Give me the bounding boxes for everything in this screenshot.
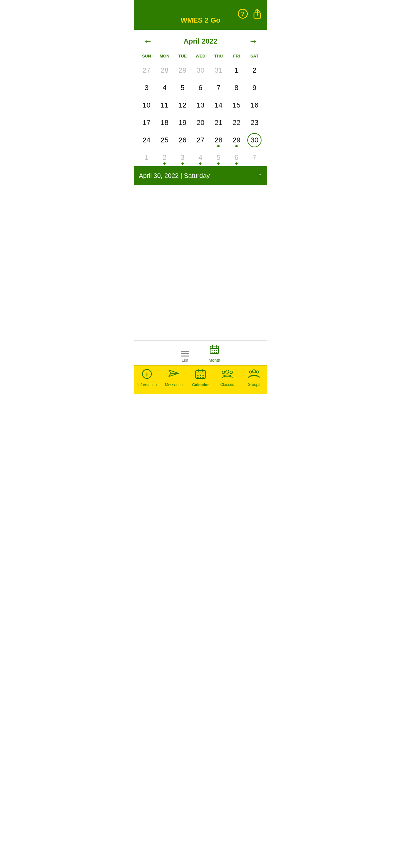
day-header-thu: THU (210, 52, 227, 60)
event-dot (163, 162, 166, 165)
svg-text:?: ? (241, 11, 245, 17)
list-view-tab[interactable]: List (181, 351, 189, 363)
day-header-tue: TUE (174, 52, 191, 60)
svg-point-9 (216, 350, 217, 351)
calendar-day[interactable]: 21 (210, 114, 227, 131)
calendar-day[interactable]: 7 (210, 79, 227, 97)
selected-date-bar: April 30, 2022 | Saturday ↑ (134, 166, 267, 185)
nav-item-groups[interactable]: Groups (241, 369, 267, 387)
calendar-day[interactable]: 28 (156, 62, 174, 79)
messages-icon (168, 369, 179, 381)
calendar-date-number: 4 (162, 84, 166, 91)
calendar-day[interactable]: 4 (191, 149, 210, 166)
calendar-day[interactable]: 29 (174, 62, 191, 79)
svg-point-26 (200, 377, 201, 378)
calendar-day[interactable]: 1 (227, 62, 246, 79)
calendar-day[interactable]: 31 (210, 62, 227, 79)
calendar-date-number: 1 (145, 154, 149, 161)
app-header: WMES 2 Go ? (134, 0, 267, 30)
calendar-date-number: 19 (179, 119, 186, 126)
day-header-mon: MON (156, 52, 174, 60)
calendar-date-number: 27 (197, 136, 204, 144)
calendar-date-number: 31 (214, 67, 222, 74)
content-area (134, 185, 267, 340)
groups-icon (248, 369, 260, 381)
nav-item-classes[interactable]: Classes (214, 369, 241, 387)
calendar-day[interactable]: 10 (137, 97, 156, 114)
calendar-day[interactable]: 2 (156, 149, 174, 166)
calendar-date-number: 16 (251, 102, 258, 109)
calendar-date-number: 7 (252, 154, 256, 161)
calendar-date-number: 25 (160, 136, 168, 144)
calendar-day[interactable]: 19 (174, 114, 191, 131)
share-icon[interactable] (252, 9, 262, 21)
calendar-date-number: 30 (247, 133, 261, 147)
month-view-tab[interactable]: Month (209, 345, 220, 363)
event-dot (199, 162, 202, 165)
next-month-button[interactable]: → (245, 35, 261, 48)
calendar-day[interactable]: 12 (174, 97, 191, 114)
calendar-day[interactable]: 26 (174, 131, 191, 149)
svg-point-23 (200, 375, 201, 376)
scroll-up-button[interactable]: ↑ (258, 171, 262, 181)
svg-point-7 (212, 350, 212, 351)
calendar-day[interactable]: 6 (191, 79, 210, 97)
calendar-day[interactable]: 23 (245, 114, 264, 131)
calendar-day[interactable]: 30 (245, 131, 264, 149)
calendar-date-number: 6 (235, 154, 238, 161)
calendar-day[interactable]: 27 (191, 131, 210, 149)
month-view-label: Month (209, 358, 220, 363)
calendar-day[interactable]: 20 (191, 114, 210, 131)
calendar-day[interactable]: 11 (156, 97, 174, 114)
day-header-sat: SAT (245, 52, 264, 60)
calendar-day[interactable]: 29 (227, 131, 246, 149)
list-icon (181, 351, 189, 356)
calendar-day[interactable]: 7 (245, 149, 264, 166)
calendar-date-number: 3 (181, 154, 184, 161)
calendar-day[interactable]: 9 (245, 79, 264, 97)
event-dot (235, 162, 238, 165)
svg-point-28 (226, 370, 229, 373)
calendar-day[interactable]: 2 (245, 62, 264, 79)
calendar-day[interactable]: 28 (210, 131, 227, 149)
calendar-day[interactable]: 27 (137, 62, 156, 79)
calendar-date-number: 2 (252, 67, 256, 74)
svg-point-30 (230, 371, 233, 374)
calendar-day[interactable]: 15 (227, 97, 246, 114)
calendar-day[interactable]: 3 (137, 79, 156, 97)
calendar-day[interactable]: 30 (191, 62, 210, 79)
calendar-day[interactable]: 13 (191, 97, 210, 114)
svg-point-24 (203, 375, 204, 376)
calendar-day[interactable]: 25 (156, 131, 174, 149)
calendar-day[interactable]: 6 (227, 149, 246, 166)
svg-point-11 (214, 352, 215, 353)
calendar-date-number: 10 (143, 102, 150, 109)
calendar-day[interactable]: 3 (174, 149, 191, 166)
prev-month-button[interactable]: ← (140, 35, 156, 48)
calendar-day[interactable]: 14 (210, 97, 227, 114)
calendar-day[interactable]: 16 (245, 97, 264, 114)
nav-calendar-label: Calendar (192, 383, 209, 387)
svg-point-33 (256, 371, 258, 373)
calendar-date-number: 13 (197, 102, 204, 109)
svg-point-12 (216, 352, 217, 353)
nav-item-calendar[interactable]: Calendar (187, 369, 214, 387)
calendar-date-number: 22 (233, 119, 240, 126)
calendar-day[interactable]: 18 (156, 114, 174, 131)
calendar-day[interactable]: 17 (137, 114, 156, 131)
nav-item-messages[interactable]: Messages (160, 369, 187, 387)
calendar-day[interactable]: 4 (156, 79, 174, 97)
calendar-day[interactable]: 22 (227, 114, 246, 131)
nav-item-information[interactable]: Information (134, 369, 160, 387)
calendar-date-number: 18 (160, 119, 168, 126)
calendar-day[interactable]: 5 (174, 79, 191, 97)
calendar-day[interactable]: 8 (227, 79, 246, 97)
calendar-day[interactable]: 5 (210, 149, 227, 166)
calendar-date-number: 8 (235, 84, 238, 91)
help-icon[interactable]: ? (238, 9, 248, 21)
header-icons: ? (238, 9, 262, 21)
calendar-day[interactable]: 24 (137, 131, 156, 149)
calendar-day[interactable]: 1 (137, 149, 156, 166)
calendar-date-number: 30 (197, 67, 204, 74)
nav-information-label: Information (137, 383, 157, 387)
